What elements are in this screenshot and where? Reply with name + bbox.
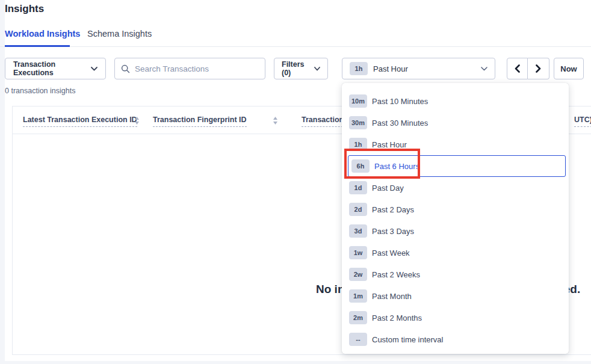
- search-box[interactable]: [114, 58, 265, 79]
- time-option-past-week[interactable]: 1w Past Week: [342, 242, 569, 264]
- filters-label: Filters (0): [282, 60, 314, 77]
- search-icon: [121, 64, 130, 73]
- chevron-down-icon: [481, 67, 487, 71]
- time-option-past-10-minutes[interactable]: 10m Past 10 Minutes: [342, 90, 569, 112]
- time-option-custom-interval[interactable]: -- Custom time interval: [342, 329, 569, 350]
- insights-count: 0 transaction insights: [5, 87, 75, 95]
- now-label: Now: [560, 64, 577, 73]
- time-option-past-month[interactable]: 1m Past Month: [342, 285, 569, 307]
- chevron-down-icon: [91, 67, 97, 71]
- time-option-past-30-minutes[interactable]: 30m Past 30 Minutes: [342, 112, 569, 134]
- tabs-divider: [0, 46, 591, 47]
- page-title: Insights: [5, 3, 44, 15]
- execution-type-select[interactable]: Transaction Executions: [5, 58, 106, 79]
- tab-schema-insights[interactable]: Schema Insights: [87, 29, 152, 39]
- time-interval-dropdown: 10m Past 10 Minutes 30m Past 30 Minutes …: [342, 83, 569, 354]
- time-option-past-day[interactable]: 1d Past Day: [342, 177, 569, 199]
- time-range-nav: [507, 58, 549, 79]
- time-option-past-3-days[interactable]: 3d Past 3 Days: [342, 220, 569, 242]
- time-interval-label: Past Hour: [373, 64, 408, 73]
- next-interval-button[interactable]: [528, 58, 549, 79]
- active-tab-underline: [5, 45, 70, 47]
- now-button[interactable]: Now: [554, 58, 584, 79]
- tab-workload-insights[interactable]: Workload Insights: [5, 29, 80, 39]
- column-header-transaction-fingerprint-id[interactable]: Transaction Fingerprint ID: [153, 116, 247, 124]
- annotation-rectangle: [344, 149, 420, 179]
- sort-icon[interactable]: [134, 117, 140, 125]
- chevron-right-icon: [536, 64, 541, 73]
- time-interval-badge: 1h: [350, 62, 368, 75]
- column-header-latest-transaction-execution-id[interactable]: Latest Transaction Execution ID: [23, 116, 137, 124]
- chevron-down-icon: [314, 67, 320, 71]
- filters-button[interactable]: Filters (0): [274, 58, 328, 79]
- time-option-past-2-weeks[interactable]: 2w Past 2 Weeks: [342, 264, 569, 285]
- chevron-left-icon: [515, 64, 520, 73]
- time-option-past-2-months[interactable]: 2m Past 2 Months: [342, 307, 569, 329]
- time-option-past-2-days[interactable]: 2d Past 2 Days: [342, 199, 569, 220]
- search-input[interactable]: [135, 64, 259, 73]
- sort-icon[interactable]: [273, 117, 278, 125]
- page-background-strip: [0, 361, 591, 364]
- previous-interval-button[interactable]: [507, 58, 528, 79]
- insights-page: Insights Workload Insights Schema Insigh…: [0, 0, 591, 364]
- column-header-start-time-utc[interactable]: UTC): [574, 116, 591, 124]
- execution-type-label: Transaction Executions: [13, 60, 91, 77]
- time-interval-select[interactable]: 1h Past Hour: [342, 58, 495, 79]
